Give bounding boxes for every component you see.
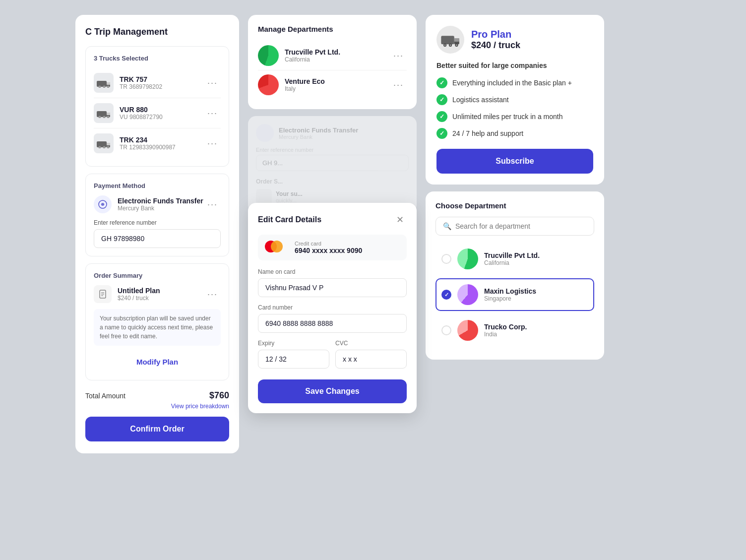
choose-department-card: Choose Department 🔍 Trucville Pvt Ltd. C… [426, 191, 604, 360]
left-panel: C Trip Management 3 Trucks Selected TRK … [75, 15, 239, 453]
payment-menu-btn[interactable]: ··· [204, 198, 221, 211]
confirm-order-button[interactable]: Confirm Order [85, 417, 229, 441]
svg-rect-0 [97, 81, 107, 87]
order-menu-btn[interactable]: ··· [204, 288, 221, 301]
list-item: Venture Eco Italy ··· [258, 70, 407, 99]
truck-icon-3 [94, 133, 114, 153]
truck-id-2: VU 9808872790 [120, 114, 204, 121]
feature-text-4: 24 / 7 help and support [452, 129, 523, 137]
card-number-input[interactable] [258, 314, 407, 333]
list-item: Trucville Pvt Ltd. California ··· [258, 41, 407, 70]
order-note: Your subscription plan will be saved und… [94, 309, 221, 346]
modal-container: Electronic Funds Transfer Mercury Bank E… [248, 116, 417, 413]
truck-id-1: TR 3689798202 [120, 83, 204, 90]
save-changes-button[interactable]: Save Changes [258, 379, 407, 403]
order-summary-section: Order Summary Untitled Plan $240 / truck… [85, 263, 229, 380]
dept-location-2: Italy [285, 85, 390, 92]
mastercard-icon [265, 241, 285, 254]
dept-select-loc-1: California [484, 259, 540, 266]
pro-plan-name: Pro Plan [471, 29, 520, 40]
radio-trucville[interactable] [441, 254, 451, 264]
modify-plan-button[interactable]: Modify Plan [94, 352, 221, 372]
truck-menu-btn-1[interactable]: ··· [204, 77, 221, 89]
list-item[interactable]: Maxin Logistics Singapore [435, 278, 594, 311]
expiry-label: Expiry [258, 340, 329, 347]
truck-name-1: TRK 757 [120, 75, 204, 83]
total-label: Total Amount [85, 392, 125, 400]
name-on-card-input[interactable] [258, 278, 407, 297]
card-type-label: Credit card [295, 241, 362, 247]
svg-rect-24 [441, 36, 454, 44]
middle-panel: Manage Departments Trucville Pvt Ltd. Ca… [248, 15, 417, 413]
list-item[interactable]: Trucville Pvt Ltd. California [435, 243, 594, 275]
check-icon-3 [436, 111, 447, 122]
svg-point-19 [101, 203, 104, 206]
order-item-row: Untitled Plan $240 / truck ··· [94, 285, 221, 303]
dept-avatar-2 [258, 74, 279, 95]
price-breakdown-link[interactable]: View price breakdown [85, 403, 229, 410]
dept-menu-btn-1[interactable]: ··· [390, 50, 407, 62]
table-row: TRK 757 TR 3689798202 ··· [94, 68, 221, 98]
payment-row: Electronic Funds Transfer Mercury Bank ·… [94, 195, 221, 213]
expiry-input[interactable] [258, 350, 329, 369]
svg-rect-26 [454, 38, 459, 42]
truck-menu-btn-3[interactable]: ··· [204, 137, 221, 150]
search-icon: 🔍 [443, 222, 451, 230]
truck-info-3: TRK 234 TR 12983390900987 [120, 136, 204, 151]
name-label: Name on card [258, 268, 407, 275]
pro-plan-header: Pro Plan $240 / truck [436, 26, 593, 54]
dept-select-avatar-2 [457, 284, 478, 305]
manage-departments-card: Manage Departments Trucville Pvt Ltd. Ca… [248, 15, 417, 109]
search-department-input[interactable] [455, 222, 587, 230]
feature-text-2: Logistics assistant [452, 96, 509, 104]
list-item[interactable]: Trucko Corp. India [435, 314, 594, 347]
check-icon-1 [436, 77, 447, 88]
edit-card-modal: Edit Card Details ✕ Credit card 6940 xxx… [248, 203, 417, 413]
truck-info-2: VUR 880 VU 9808872790 [120, 106, 204, 121]
feature-text-1: Everything included in the Basic plan + [452, 79, 572, 87]
svg-rect-5 [107, 82, 110, 85]
cvc-input[interactable] [335, 350, 407, 369]
close-modal-button[interactable]: ✕ [393, 213, 407, 227]
dept-select-avatar-3 [457, 320, 478, 341]
app-title: C Trip Management [85, 27, 229, 37]
total-amount: $760 [209, 390, 229, 401]
dept-select-loc-3: India [484, 331, 527, 338]
table-row: VUR 880 VU 9808872790 ··· [94, 98, 221, 128]
features-list: Everything included in the Basic plan + … [436, 77, 593, 139]
pro-plan-desc: Better suited for large companies [436, 62, 593, 69]
order-plan-name: Untitled Plan [118, 287, 204, 295]
payment-section: Payment Method Electronic Funds Transfer… [85, 174, 229, 256]
svg-point-28 [444, 44, 446, 46]
radio-trucko[interactable] [441, 325, 451, 335]
order-icon [94, 285, 112, 303]
dept-name-2: Venture Eco [285, 77, 390, 85]
list-item: Everything included in the Basic plan + [436, 77, 593, 88]
dept-select-name-2: Maxin Logistics [484, 287, 536, 295]
card-number-display: 6940 xxxx xxxx 9090 [295, 247, 362, 254]
dept-location-1: California [285, 56, 390, 63]
ref-input[interactable] [94, 229, 221, 248]
truck-menu-btn-2[interactable]: ··· [204, 107, 221, 120]
list-item: Logistics assistant [436, 94, 593, 105]
radio-maxin[interactable] [441, 290, 451, 300]
order-label: Order Summary [94, 272, 221, 279]
dept-name-1: Trucville Pvt Ltd. [285, 48, 390, 56]
svg-rect-17 [107, 143, 110, 145]
payment-method-name: Electronic Funds Transfer [118, 197, 204, 205]
check-icon-2 [436, 94, 447, 105]
trucks-label: 3 Trucks Selected [94, 55, 221, 62]
truck-icon-1 [94, 73, 114, 93]
card-number-group: Card number [258, 304, 407, 333]
trucks-section: 3 Trucks Selected TRK 757 TR 3689798202 … [85, 46, 229, 167]
dept-select-name-3: Trucko Corp. [484, 323, 527, 331]
truck-id-3: TR 12983390900987 [120, 144, 204, 151]
subscribe-button[interactable]: Subscribe [436, 149, 593, 174]
card-preview: Credit card 6940 xxxx xxxx 9090 [258, 235, 407, 260]
truck-info-1: TRK 757 TR 3689798202 [120, 75, 204, 90]
dept-menu-btn-2[interactable]: ··· [390, 79, 407, 91]
svg-rect-11 [107, 113, 110, 115]
expiry-cvc-row: Expiry CVC [258, 340, 407, 375]
total-row: Total Amount $760 [85, 390, 229, 401]
svg-rect-6 [97, 111, 107, 117]
